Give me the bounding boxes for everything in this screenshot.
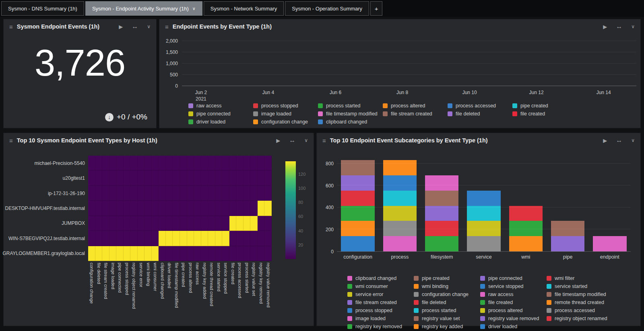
legend-item[interactable]: driver loaded	[188, 118, 253, 125]
legend-item[interactable]: process altered	[480, 307, 547, 314]
legend-item[interactable]: file deleted	[448, 110, 512, 117]
dashboard-tab[interactable]: Sysmon - DNS Summary (1h)	[1, 1, 84, 16]
play-icon[interactable]: ▶	[276, 138, 280, 144]
legend-item[interactable]: service started	[547, 283, 613, 290]
heatmap-cell	[180, 231, 187, 246]
chevron-down-icon[interactable]: ∨	[631, 138, 635, 143]
legend-item[interactable]: pipe connected	[480, 275, 547, 282]
legend-item[interactable]: process started	[318, 102, 383, 109]
heatmap-cell	[229, 186, 237, 201]
dashboard-tab-active[interactable]: Sysmon - Endpoint Activity Summary (1h)∨	[85, 1, 202, 16]
legend-item[interactable]: raw access	[188, 102, 253, 109]
heatmap-column-label: service started	[215, 263, 223, 326]
resize-icon[interactable]: ↔	[616, 23, 622, 30]
grafana-dashboard: Sysmon - DNS Summary (1h)Sysmon - Endpoi…	[0, 0, 644, 331]
heatmap-column-label: process started	[244, 263, 251, 326]
resize-icon[interactable]: ↔	[132, 23, 138, 30]
legend-item[interactable]: registry key added	[414, 323, 480, 330]
panel-title: Top 10 Endpoint Event Subcategories by E…	[330, 137, 488, 144]
legend-item[interactable]: driver loaded	[480, 323, 547, 330]
legend-item[interactable]: clipboard changed	[318, 118, 383, 125]
menu-icon[interactable]: ≡	[9, 138, 13, 144]
legend-item[interactable]: file timestamp modified	[547, 291, 613, 298]
legend-item[interactable]: process stopped	[347, 307, 414, 314]
play-icon[interactable]: ▶	[119, 24, 123, 30]
dashboard-tab[interactable]: Sysmon - Operation Summary	[285, 1, 369, 16]
heatmap-cell	[124, 171, 131, 185]
heatmap-cell	[116, 216, 124, 231]
legend-item[interactable]: raw access	[480, 291, 547, 298]
stat-trend: ↓ +0 / +0%	[105, 113, 147, 121]
heatmap-cell	[95, 231, 103, 246]
y-axis-tick-label: 0	[159, 83, 178, 89]
bar-segment	[383, 236, 417, 251]
legend-item[interactable]: service error	[347, 291, 414, 298]
legend-item[interactable]: registry object renamed	[547, 315, 613, 322]
legend-item[interactable]: wmi consumer	[347, 283, 414, 290]
heatmap-column-label-text: process started	[245, 263, 249, 326]
chevron-down-icon[interactable]: ∨	[631, 24, 635, 29]
resize-icon[interactable]: ↔	[616, 137, 622, 144]
heatmap-cell	[250, 171, 258, 185]
legend-label: registry key removed	[355, 324, 402, 329]
legend-item[interactable]: file created	[480, 299, 547, 306]
y-axis-tick-label: 500	[159, 72, 178, 78]
legend-item[interactable]: clipboard changed	[347, 275, 414, 282]
legend-item[interactable]: registry value set	[414, 315, 480, 322]
legend-item[interactable]: file created	[512, 110, 577, 117]
legend-item[interactable]: wmi filter	[547, 275, 613, 282]
play-icon[interactable]: ▶	[603, 138, 607, 144]
legend-item[interactable]: pipe created	[512, 102, 577, 109]
heatmap-cell	[88, 246, 95, 261]
dashboard-tab[interactable]: Sysmon - Network Summary	[204, 1, 284, 16]
legend-item[interactable]: process accessed	[448, 102, 512, 109]
menu-icon[interactable]: ≡	[9, 24, 13, 30]
legend-swatch	[188, 103, 193, 108]
legend-item[interactable]: service stopped	[480, 283, 547, 290]
heatmap-cell	[173, 171, 180, 185]
legend-item[interactable]: process started	[414, 307, 480, 314]
legend-label: image loaded	[355, 316, 386, 321]
play-icon[interactable]: ▶	[603, 24, 607, 30]
legend-item[interactable]: file timestamp modified	[318, 110, 383, 117]
heatmap-cell	[159, 201, 166, 216]
heatmap-cell	[264, 171, 272, 185]
legend-item[interactable]: wmi binding	[414, 283, 480, 290]
heatmap-cell	[194, 186, 201, 201]
legend-item[interactable]: pipe created	[414, 275, 480, 282]
heatmap-cell	[166, 201, 173, 216]
legend-item[interactable]: configuration change	[414, 291, 480, 298]
heatmap-column-label-text: file deleted	[97, 263, 101, 326]
heatmap-cell	[194, 156, 201, 171]
heatmap-column-label: registry value set	[250, 263, 258, 326]
heatmap-column-label-text: pipe created	[181, 263, 186, 326]
legend-item[interactable]: process accessed	[547, 307, 613, 314]
gridline	[182, 86, 636, 86]
legend-item[interactable]: image loaded	[347, 315, 414, 322]
legend-item[interactable]: registry value removed	[480, 315, 547, 322]
heatmap-column-label-text: file created	[231, 263, 235, 326]
menu-icon[interactable]: ≡	[322, 138, 326, 144]
legend-label: process started	[326, 103, 360, 109]
chevron-down-icon[interactable]: ∨	[147, 24, 151, 29]
legend-item[interactable]: pipe connected	[188, 110, 253, 117]
heatmap-cell	[244, 186, 251, 201]
legend-swatch	[512, 103, 517, 108]
heatmap-cell	[264, 216, 272, 231]
add-tab-button[interactable]: +	[370, 1, 382, 16]
legend-item[interactable]: process stopped	[253, 102, 318, 109]
resize-icon[interactable]: ↔	[289, 137, 295, 144]
legend-item[interactable]: file stream created	[383, 110, 448, 117]
legend-item[interactable]: process altered	[383, 102, 448, 109]
legend-item[interactable]: image loaded	[253, 110, 318, 117]
heatmap-cell	[264, 186, 272, 201]
heatmap-cell	[222, 201, 229, 216]
legend-item[interactable]: remote thread created	[547, 299, 613, 306]
legend-item[interactable]: file deleted	[414, 299, 480, 306]
menu-icon[interactable]: ≡	[165, 24, 169, 30]
legend-item[interactable]: registry key removed	[347, 323, 414, 330]
x-axis-tick-label: process	[379, 254, 421, 260]
legend-item[interactable]: configuration change	[253, 118, 318, 125]
chevron-down-icon[interactable]: ∨	[304, 138, 308, 143]
legend-item[interactable]: file stream created	[347, 299, 414, 306]
